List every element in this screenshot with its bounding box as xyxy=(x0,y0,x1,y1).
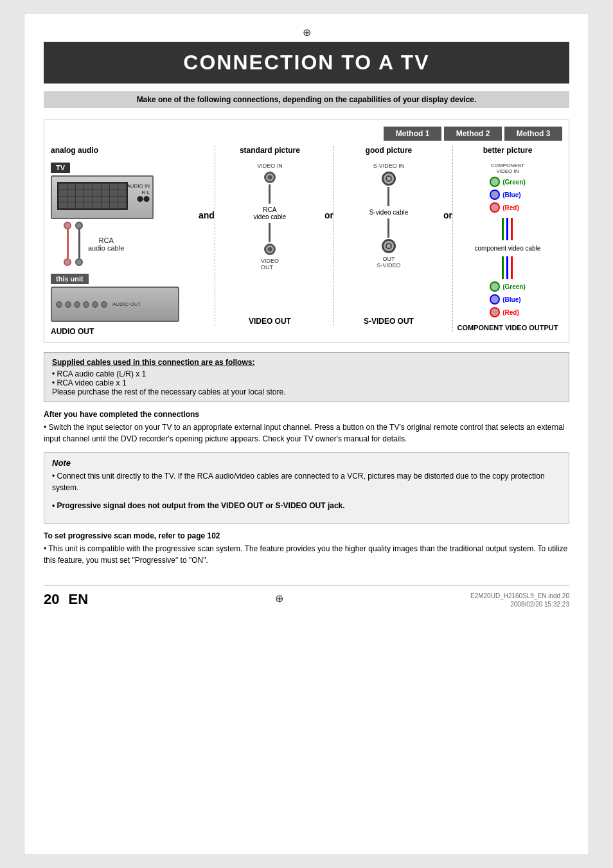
recorder-device: AUDIO OUT xyxy=(51,287,179,322)
progressive-title: To set progressive scan mode, refer to p… xyxy=(44,531,569,540)
after-connections-text: • Switch the input selector on your TV t… xyxy=(44,421,569,445)
compass-top-icon: ⊕ xyxy=(44,26,569,39)
after-connections-section: After you have completed the connections… xyxy=(44,410,569,445)
note-box: Note • Connect this unit directly to the… xyxy=(44,452,569,524)
note-title: Note xyxy=(52,458,561,468)
audio-in-sub: R L xyxy=(142,190,150,195)
or-separator-2: or xyxy=(443,146,452,220)
method3-badge: Method 3 xyxy=(504,127,562,141)
note-item-1: • Connect this unit directly to the TV. … xyxy=(52,470,561,493)
footer-date: 2008/02/20 15:32:23 xyxy=(510,601,569,608)
audio-in-label: AUDIO IN xyxy=(127,183,150,189)
component-cable-label: component video cable xyxy=(475,245,541,252)
method1-badge: Method 1 xyxy=(384,127,441,141)
method2-col: good picture S-VIDEO IN S-video cable xyxy=(333,146,443,326)
note-item-2: • Progressive signal does not output fro… xyxy=(52,500,561,511)
audio-out-label: AUDIO OUT xyxy=(51,327,192,336)
video-out-label: VIDEO OUT xyxy=(249,306,291,326)
rca-audio-cable-label: RCA audio cable xyxy=(88,236,124,252)
red-label-bottom: (Red) xyxy=(502,309,519,316)
footer-file: E2M20UD_H2160SL9_EN.indd 20 xyxy=(470,592,569,599)
svideo-in-label: S-VIDEO IN xyxy=(373,163,405,169)
page-number: 20 xyxy=(44,591,59,608)
video-out-port-label: VIDEOOUT xyxy=(261,258,279,270)
supplied-cables-box: Supplied cables used in this connection … xyxy=(44,352,569,402)
after-connections-title: After you have completed the connections xyxy=(44,410,569,419)
diagram-area: Method 1 Method 2 Method 3 analog audio … xyxy=(44,120,569,343)
red-label-top: (Red) xyxy=(502,204,519,211)
footer: 20 EN ⊕ E2M20UD_H2160SL9_EN.indd 20 2008… xyxy=(44,585,569,608)
svideo-out-port-label: OUTS-VIDEO xyxy=(377,256,400,269)
supplied-cables-note: Please purchase the rest of the necessar… xyxy=(52,387,561,396)
green-label-top: (Green) xyxy=(502,179,526,186)
method1-col: standard picture VIDEO IN RCAvideo cable xyxy=(215,146,324,326)
progressive-section: To set progressive scan mode, refer to p… xyxy=(44,531,569,566)
methods-header-row: Method 1 Method 2 Method 3 xyxy=(51,127,562,141)
blue-label-bottom: (Blue) xyxy=(502,296,520,303)
svideo-cable-label: S-video cable xyxy=(369,209,409,216)
subtitle-bar: Make one of the following connections, d… xyxy=(44,91,569,108)
method1-quality-label: standard picture xyxy=(240,146,300,155)
blue-label-top: (Blue) xyxy=(502,191,520,199)
page-title: CONNECTION TO A TV xyxy=(44,42,569,84)
component-in-label: COMPONENT VIDEO IN xyxy=(491,163,524,174)
or-separator-1: or xyxy=(324,146,333,220)
supplied-cable-1: • RCA audio cable (L/R) x 1 xyxy=(52,369,561,378)
method2-badge: Method 2 xyxy=(444,127,502,141)
supplied-cables-title: Supplied cables used in this connection … xyxy=(52,358,561,367)
tv-label: TV xyxy=(51,163,70,173)
method3-col: better picture COMPONENT VIDEO IN (Green… xyxy=(452,146,562,332)
rca-video-cable-label: RCAvideo cable xyxy=(254,206,287,220)
page: ⊕ CONNECTION TO A TV Make one of the fol… xyxy=(24,13,589,855)
this-unit-label: this unit xyxy=(51,274,89,284)
video-in-label: VIDEO IN xyxy=(257,163,283,169)
page-lang: EN xyxy=(68,591,88,608)
svideo-out-label: S-VIDEO OUT xyxy=(364,310,414,326)
analog-audio-label: analog audio xyxy=(51,146,192,155)
progressive-text: • This unit is compatible with the progr… xyxy=(44,543,569,566)
diagram-main-row: analog audio TV xyxy=(51,146,562,336)
tv-device: AUDIO IN R L ⬤⬤ xyxy=(51,175,154,219)
supplied-cable-2: • RCA video cable x 1 xyxy=(52,378,561,387)
compass-bottom-icon: ⊕ xyxy=(275,592,283,605)
method3-quality-label: better picture xyxy=(483,146,533,155)
component-out-label: COMPONENT VIDEO OUTPUT xyxy=(457,320,558,332)
method2-quality-label: good picture xyxy=(366,146,413,155)
green-label-bottom: (Green) xyxy=(502,283,526,290)
left-section: analog audio TV xyxy=(51,146,199,336)
and-separator: and xyxy=(199,146,215,220)
